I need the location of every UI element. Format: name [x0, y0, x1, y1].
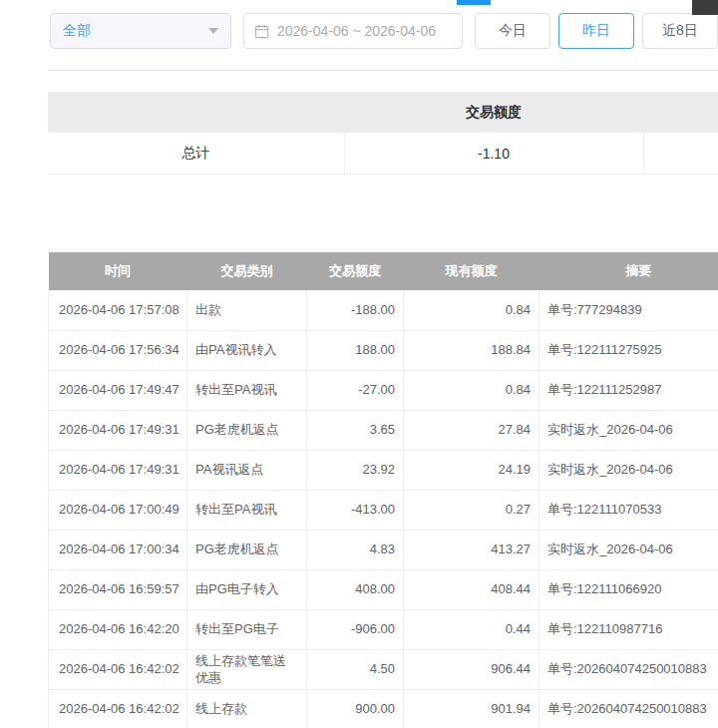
summary-total-label: 总计	[48, 133, 344, 175]
table-cell: 单号:122111066920	[539, 569, 718, 609]
quick-date-button-2[interactable]: 近8日	[642, 13, 718, 49]
column-header-2: 交易额度	[307, 252, 404, 290]
table-cell: 2026-04-06 16:42:20	[49, 609, 187, 649]
summary-header-amount: 交易额度	[344, 92, 643, 133]
summary-table: 交易额度 总计 -1.10	[48, 92, 718, 175]
table-cell: 900.00	[307, 689, 404, 728]
table-row: 2026-04-06 17:57:08出款-188.000.84单号:77729…	[49, 290, 718, 330]
table-cell: -413.00	[307, 490, 404, 530]
transaction-report-page: 全部 2026-04-06 ~ 2026-04-06 今日昨日近8日 交易额度	[0, 0, 718, 728]
top-right-dark-block	[692, 0, 718, 15]
date-range-picker[interactable]: 2026-04-06 ~ 2026-04-06	[243, 13, 463, 49]
table-cell: 单号:122110987716	[539, 609, 718, 649]
table-cell: 2026-04-06 16:59:57	[49, 569, 187, 609]
table-cell: 0.27	[404, 490, 539, 530]
top-tab-indicator	[457, 0, 491, 5]
quick-date-buttons: 今日昨日近8日	[475, 13, 718, 49]
table-row: 2026-04-06 16:42:02线上存款笔笔送优惠4.50906.44单号…	[49, 649, 718, 689]
table-cell: PA视讯返点	[187, 450, 307, 490]
table-cell: 3.65	[307, 410, 404, 450]
table-row: 2026-04-06 17:49:47转出至PA视讯-27.000.84单号:1…	[49, 370, 718, 410]
chevron-down-icon	[208, 28, 218, 34]
summary-total-row: 总计 -1.10	[48, 133, 718, 175]
table-cell: -27.00	[307, 370, 404, 410]
table-cell: 23.92	[307, 450, 404, 490]
date-range-value: 2026-04-06 ~ 2026-04-06	[277, 23, 436, 39]
table-cell: 出款	[187, 290, 307, 330]
quick-date-button-1[interactable]: 昨日	[558, 13, 634, 49]
table-cell: 由PA视讯转入	[187, 330, 307, 370]
table-cell: 901.94	[404, 689, 539, 728]
table-cell: 单号:777294839	[539, 290, 718, 330]
summary-header-spacer-left	[48, 92, 344, 133]
table-cell: 单号:122111070533	[539, 490, 718, 530]
column-header-0: 时间	[49, 252, 187, 290]
table-cell: 单号:122111252987	[539, 370, 718, 410]
table-cell: 413.27	[404, 530, 539, 569]
table-cell: 0.44	[404, 609, 539, 649]
table-cell: 408.44	[404, 569, 539, 609]
calendar-icon	[254, 24, 269, 39]
summary-header-spacer-right	[643, 92, 718, 133]
table-cell: 906.44	[404, 649, 539, 689]
table-cell: 单号:122111275925	[539, 330, 718, 370]
table-cell: 2026-04-06 16:42:02	[49, 649, 187, 689]
table-cell: 27.84	[404, 410, 539, 450]
table-cell: 单号:202604074250010883	[539, 649, 718, 689]
table-row: 2026-04-06 16:42:02线上存款900.00901.94单号:20…	[49, 689, 718, 728]
summary-total-value: -1.10	[344, 133, 643, 175]
table-cell: PG老虎机返点	[187, 410, 307, 450]
column-header-1: 交易类别	[187, 252, 307, 290]
table-cell: 2026-04-06 17:57:08	[49, 290, 187, 330]
transactions-table-wrap: 时间交易类别交易额度现有额度摘要 2026-04-06 17:57:08出款-1…	[48, 252, 718, 728]
transactions-table: 时间交易类别交易额度现有额度摘要 2026-04-06 17:57:08出款-1…	[48, 252, 718, 728]
table-row: 2026-04-06 17:00:49转出至PA视讯-413.000.27单号:…	[49, 490, 718, 530]
table-cell: 188.00	[307, 330, 404, 370]
table-cell: 0.84	[404, 290, 539, 330]
table-row: 2026-04-06 17:49:31PG老虎机返点3.6527.84实时返水_…	[49, 410, 718, 450]
table-cell: 4.83	[307, 530, 404, 569]
table-cell: 实时返水_2026-04-06	[539, 450, 718, 490]
table-cell: 2026-04-06 17:00:49	[49, 490, 187, 530]
table-cell: 24.19	[404, 450, 539, 490]
table-row: 2026-04-06 17:00:34PG老虎机返点4.83413.27实时返水…	[49, 530, 718, 569]
table-row: 2026-04-06 17:56:34由PA视讯转入188.00188.84单号…	[49, 330, 718, 370]
table-cell: 实时返水_2026-04-06	[539, 530, 718, 569]
table-cell: 2026-04-06 16:42:02	[49, 689, 187, 728]
table-row: 2026-04-06 17:49:31PA视讯返点23.9224.19实时返水_…	[49, 450, 718, 490]
summary-table-wrap: 交易额度 总计 -1.10	[48, 92, 718, 175]
table-cell: 188.84	[404, 330, 539, 370]
table-cell: 线上存款笔笔送优惠	[187, 649, 307, 689]
table-cell: 408.00	[307, 569, 404, 609]
column-header-3: 现有额度	[404, 252, 539, 290]
table-cell: 2026-04-06 17:56:34	[49, 330, 187, 370]
table-cell: 4.50	[307, 649, 404, 689]
table-cell: 线上存款	[187, 689, 307, 728]
table-cell: 转出至PA视讯	[187, 370, 307, 410]
table-cell: 2026-04-06 17:49:31	[49, 450, 187, 490]
table-cell: 2026-04-06 17:49:47	[49, 370, 187, 410]
table-cell: 转出至PG电子	[187, 609, 307, 649]
category-select-value: 全部	[63, 22, 91, 40]
table-cell: 0.84	[404, 370, 539, 410]
table-cell: 实时返水_2026-04-06	[539, 410, 718, 450]
table-row: 2026-04-06 16:42:20转出至PG电子-906.000.44单号:…	[49, 609, 718, 649]
table-cell: 2026-04-06 17:49:31	[49, 410, 187, 450]
summary-total-spacer	[643, 133, 718, 175]
table-cell: -188.00	[307, 290, 404, 330]
transactions-header-row: 时间交易类别交易额度现有额度摘要	[49, 252, 718, 290]
summary-header-row: 交易额度	[48, 92, 718, 133]
table-cell: -906.00	[307, 609, 404, 649]
filter-bar: 全部 2026-04-06 ~ 2026-04-06 今日昨日近8日	[50, 12, 718, 50]
column-header-4: 摘要	[539, 252, 718, 290]
table-cell: 转出至PA视讯	[187, 490, 307, 530]
category-select[interactable]: 全部	[50, 13, 231, 49]
quick-date-button-0[interactable]: 今日	[475, 13, 550, 49]
divider	[48, 70, 718, 71]
table-row: 2026-04-06 16:59:57由PG电子转入408.00408.44单号…	[49, 569, 718, 609]
table-cell: 2026-04-06 17:00:34	[49, 530, 187, 569]
table-cell: PG老虎机返点	[187, 530, 307, 569]
table-cell: 单号:202604074250010883	[539, 689, 718, 728]
table-cell: 由PG电子转入	[187, 569, 307, 609]
